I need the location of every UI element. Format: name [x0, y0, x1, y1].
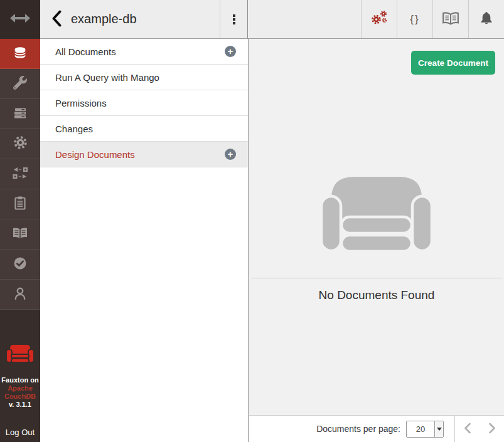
kebab-menu-icon [233, 14, 235, 17]
gear-icon [13, 135, 28, 153]
nav-item-all-documents[interactable]: All Documents + [40, 39, 248, 65]
page-title: example-db [71, 12, 137, 26]
empty-couch-illustration [320, 177, 433, 255]
sidebar-item-databases[interactable] [0, 39, 40, 69]
header-spacer [248, 0, 361, 38]
branding-line: CouchDB [1, 392, 38, 401]
sidebar-item-setup[interactable] [0, 69, 40, 99]
gears-icon [370, 9, 389, 29]
previous-page-button[interactable] [455, 416, 480, 442]
clipboard-icon [13, 196, 27, 213]
top-header: example-db {} [40, 0, 504, 39]
nav-item-permissions[interactable]: Permissions [40, 90, 248, 116]
sidebar-footer: Fauxton on Apache CouchDB v. 3.1.1 Log O… [0, 310, 40, 442]
fauxton-app: Fauxton on Apache CouchDB v. 3.1.1 Log O… [0, 0, 504, 442]
chevron-right-icon [488, 423, 496, 436]
sidebar-item-replication[interactable] [0, 159, 40, 189]
database-nav-panel: All Documents + Run A Query with Mango P… [40, 39, 249, 442]
wrench-icon [13, 76, 27, 92]
api-url-button[interactable]: {} [397, 0, 432, 38]
empty-state-message: No Documents Found [249, 288, 504, 302]
sidebar-item-configuration[interactable] [0, 129, 40, 159]
create-document-button[interactable]: Create Document [411, 51, 495, 75]
open-book-icon [442, 11, 459, 28]
pagination-footer: Documents per page: 20 [249, 415, 504, 442]
per-page-label: Documents per page: [316, 424, 400, 434]
nav-item-mango-query[interactable]: Run A Query with Mango [40, 65, 248, 90]
content-divider [251, 278, 502, 278]
chevron-left-icon [464, 423, 471, 436]
database-options-menu-button[interactable] [220, 0, 248, 38]
nav-item-design-documents[interactable]: Design Documents + [40, 142, 248, 167]
branding-line: Apache [1, 384, 38, 392]
documentation-button[interactable] [432, 0, 468, 38]
branding-line: Fauxton on [1, 376, 38, 384]
nav-item-label: All Documents [55, 46, 116, 57]
nav-item-label: Design Documents [55, 149, 135, 160]
primary-sidebar: Fauxton on Apache CouchDB v. 3.1.1 Log O… [0, 0, 40, 442]
add-document-button[interactable]: + [225, 46, 236, 57]
nav-item-label: Run A Query with Mango [55, 72, 159, 83]
chevron-left-icon [51, 10, 62, 29]
verify-check-icon [13, 256, 28, 273]
back-button[interactable] [51, 10, 67, 29]
user-icon [13, 286, 28, 303]
sidebar-item-activetasks[interactable] [0, 99, 40, 129]
branding-line: v. 3.1.1 [1, 401, 38, 409]
book-icon [12, 226, 28, 243]
double-arrow-icon [9, 13, 31, 26]
api-options-button[interactable] [361, 0, 397, 38]
nav-item-changes[interactable]: Changes [40, 116, 248, 142]
add-design-document-button[interactable]: + [225, 149, 236, 160]
json-braces-icon: {} [410, 13, 419, 26]
sidebar-item-verify[interactable] [0, 250, 40, 280]
collapse-sidebar-button[interactable] [0, 0, 40, 39]
database-header: example-db [40, 0, 220, 38]
replication-icon [13, 166, 28, 182]
select-dropdown-arrow-icon [434, 421, 443, 437]
logout-link[interactable]: Log Out [0, 428, 40, 437]
sidebar-nav [0, 39, 40, 310]
documents-content-area: Create Document No Documents Found Docum… [249, 39, 504, 442]
nav-item-label: Changes [55, 124, 93, 134]
version-info: Fauxton on Apache CouchDB v. 3.1.1 [1, 376, 38, 409]
nav-item-label: Permissions [55, 98, 107, 108]
couchdb-logo-icon [6, 344, 34, 369]
sidebar-item-activity[interactable] [0, 189, 40, 219]
per-page-value: 20 [407, 421, 434, 437]
sidebar-item-documentation[interactable] [0, 219, 40, 250]
servers-icon [13, 105, 28, 123]
database-icon [13, 45, 28, 63]
sidebar-item-account[interactable] [0, 280, 40, 310]
per-page-select[interactable]: 20 [406, 421, 444, 438]
notifications-button[interactable] [468, 0, 504, 38]
bell-icon [479, 11, 494, 28]
next-page-button[interactable] [480, 416, 504, 442]
